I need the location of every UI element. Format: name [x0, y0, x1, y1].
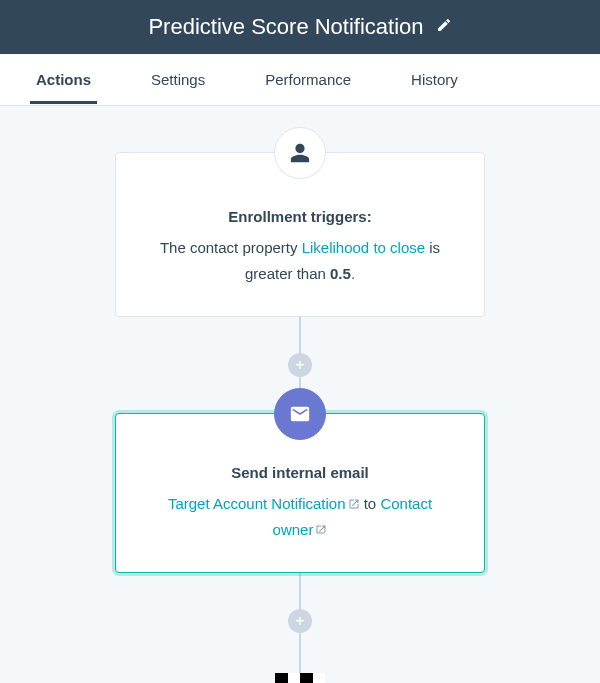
action-title: Send internal email [146, 464, 454, 481]
trigger-title: Enrollment triggers: [146, 208, 454, 225]
trigger-pretext: The contact property [160, 239, 302, 256]
external-link-icon [348, 492, 360, 504]
tab-performance[interactable]: Performance [259, 56, 357, 103]
workflow-end-marker [275, 673, 325, 683]
tab-actions[interactable]: Actions [30, 56, 97, 103]
titlebar: Predictive Score Notification [0, 0, 600, 54]
connector-line [299, 573, 301, 609]
trigger-posttext: . [351, 265, 355, 282]
connector-line [299, 633, 301, 673]
trigger-value: 0.5 [330, 265, 351, 282]
mail-icon [274, 388, 326, 440]
add-step-button[interactable]: + [288, 353, 312, 377]
workflow-canvas: Enrollment triggers: The contact propert… [0, 106, 600, 683]
action-card[interactable]: Send internal email Target Account Notif… [115, 413, 485, 573]
trigger-body: The contact property Likelihood to close… [146, 235, 454, 286]
edit-title-icon[interactable] [436, 17, 452, 37]
action-body: Target Account Notification to Contact o… [146, 491, 454, 542]
action-midtext: to [364, 495, 381, 512]
trigger-property-link[interactable]: Likelihood to close [302, 239, 425, 256]
page-title: Predictive Score Notification [148, 14, 423, 40]
tab-settings[interactable]: Settings [145, 56, 211, 103]
tab-history[interactable]: History [405, 56, 464, 103]
external-link-icon [315, 518, 327, 530]
trigger-card[interactable]: Enrollment triggers: The contact propert… [115, 152, 485, 317]
add-step-button[interactable]: + [288, 609, 312, 633]
person-icon [274, 127, 326, 179]
email-template-link[interactable]: Target Account Notification [168, 495, 360, 512]
tabs: Actions Settings Performance History [0, 54, 600, 106]
connector-line [299, 317, 301, 353]
